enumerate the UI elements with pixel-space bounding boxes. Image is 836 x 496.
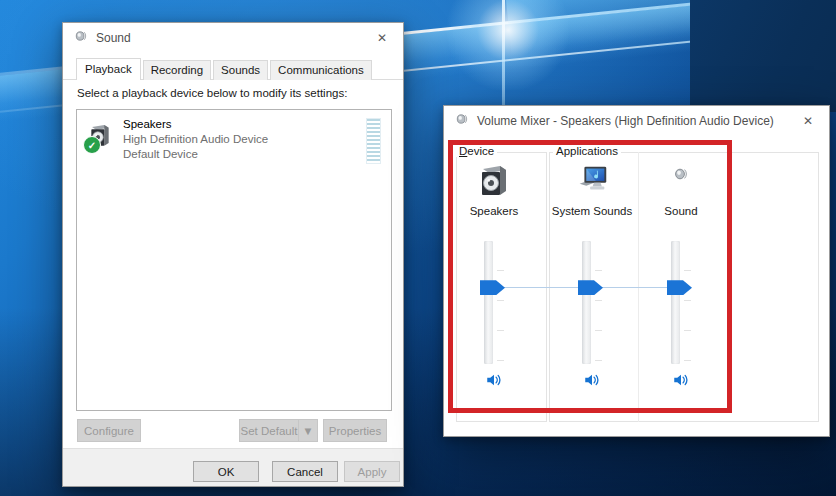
volume-level-meter <box>366 118 381 164</box>
tab-playback[interactable]: Playback <box>76 58 141 80</box>
volume-mixer-titlebar[interactable]: Volume Mixer - Speakers (High Definition… <box>444 106 829 136</box>
volume-icon-sound[interactable] <box>671 370 691 390</box>
apply-button: Apply <box>344 461 400 482</box>
channel-label-sound: Sound <box>641 205 721 217</box>
playback-instruction: Select a playback device below to modify… <box>77 87 347 99</box>
ok-button[interactable]: OK <box>193 461 259 482</box>
slider-ticks <box>497 241 504 365</box>
set-default-button: Set Default <box>239 419 298 442</box>
close-icon[interactable]: ✕ <box>361 23 403 53</box>
sound-dialog-tabs: Playback Recording Sounds Communications <box>63 57 403 80</box>
small-speaker-icon <box>672 166 690 182</box>
speaker-icon <box>74 29 88 47</box>
sound-dialog-titlebar[interactable]: Sound ✕ <box>63 23 403 53</box>
sound-dialog-window: Sound ✕ Playback Recording Sounds Commun… <box>62 22 404 487</box>
playback-device-list[interactable]: ✓ Speakers High Definition Audio Device … <box>76 109 392 411</box>
channel-label-speakers: Speakers <box>454 205 534 217</box>
tab-sounds[interactable]: Sounds <box>213 60 268 80</box>
device-status: Default Device <box>123 147 268 162</box>
set-default-dropdown-icon: ▼ <box>298 419 318 442</box>
volume-icon-speakers[interactable] <box>484 370 504 390</box>
list-item-speakers[interactable]: ✓ Speakers High Definition Audio Device … <box>77 110 391 164</box>
volume-mixer-window: Volume Mixer - Speakers (High Definition… <box>443 105 830 437</box>
applications-section-label: Applications <box>553 145 621 157</box>
speaker-box-icon <box>475 162 513 198</box>
default-device-check-icon: ✓ <box>83 136 101 154</box>
volume-slider-speakers[interactable] <box>484 241 493 364</box>
device-section-label: Device <box>456 145 497 157</box>
tab-recording[interactable]: Recording <box>143 60 211 80</box>
volume-mixer-title: Volume Mixer - Speakers (High Definition… <box>477 114 774 128</box>
volume-icon-system-sounds[interactable] <box>582 370 602 390</box>
channel-label-system-sounds: System Sounds <box>547 205 637 217</box>
slider-ticks <box>684 241 691 365</box>
speaker-box-icon: ✓ <box>87 120 115 154</box>
cancel-button[interactable]: Cancel <box>272 461 338 482</box>
tab-communications[interactable]: Communications <box>270 60 372 80</box>
configure-button: Configure <box>77 419 141 442</box>
volume-slider-sound[interactable] <box>671 241 680 364</box>
system-sounds-icon <box>573 160 611 198</box>
device-name: Speakers <box>123 117 268 132</box>
device-description: High Definition Audio Device <box>123 132 268 147</box>
sound-dialog-title: Sound <box>96 31 131 45</box>
volume-slider-system-sounds[interactable] <box>582 241 591 364</box>
device-info: Speakers High Definition Audio Device De… <box>123 117 268 162</box>
properties-button: Properties <box>323 419 387 442</box>
slider-ticks <box>595 241 602 365</box>
close-icon[interactable]: ✕ <box>787 106 829 136</box>
speaker-icon <box>455 112 469 130</box>
